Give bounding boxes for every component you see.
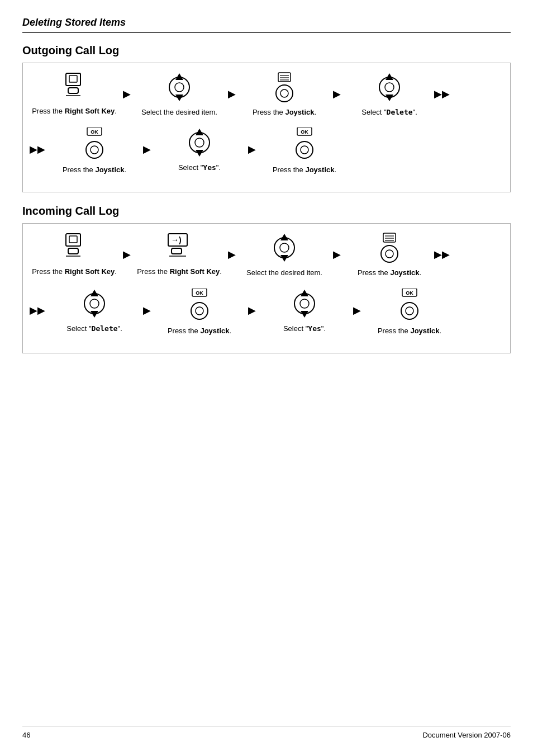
incoming-instruction-box: Press the Right Soft Key. ▶ →) Press the… (22, 223, 511, 353)
outgoing-heading: Outgoing Call Log (22, 44, 511, 57)
doc-version: Document Version 2007-06 (422, 731, 511, 739)
outgoing-step7-label: Press the Joystick. (273, 165, 336, 175)
arrow5: ▶ (244, 143, 260, 155)
double-arrow1: ▶▶ (434, 88, 450, 100)
arrow3: ▶ (329, 88, 345, 100)
svg-rect-2 (68, 88, 78, 93)
incoming-step1: Press the Right Soft Key. (30, 233, 119, 277)
incoming-row2: ▶▶ Select "Delete". ▶ OK (30, 289, 503, 341)
svg-text:→): →) (171, 235, 182, 244)
in-joystick-ok1-icon: OK (185, 289, 213, 323)
svg-point-13 (280, 89, 288, 97)
joystick-menu-icon (270, 72, 298, 104)
svg-point-20 (86, 141, 103, 158)
incoming-step7: Select "Yes". (260, 289, 349, 334)
outgoing-step4-label: Select "Delete". (361, 107, 417, 117)
svg-text:OK: OK (301, 129, 308, 135)
svg-text:OK: OK (196, 290, 203, 296)
svg-point-12 (276, 85, 293, 102)
svg-rect-8 (278, 73, 291, 82)
outgoing-row2: ▶▶ OK Press the Joystick. ▶ (30, 127, 503, 179)
in-arrow2: ▶ (224, 248, 240, 261)
outgoing-step5-label: Press the Joystick. (63, 165, 126, 175)
arrow2: ▶ (224, 88, 240, 100)
in-arrow1: ▶ (119, 248, 135, 261)
outgoing-step2-label: Select the desired item. (141, 107, 217, 117)
incoming-step2-label: Press the Right Soft Key. (137, 267, 222, 277)
softkey-icon (60, 72, 88, 103)
incoming-heading: Incoming Call Log (22, 205, 511, 218)
svg-point-58 (294, 294, 315, 314)
incoming-row1: Press the Right Soft Key. ▶ →) Press the… (30, 233, 503, 282)
svg-point-63 (406, 307, 413, 315)
in-arrow3: ▶ (329, 248, 345, 261)
outgoing-step6-label: Select "Yes". (178, 163, 221, 173)
incoming-step2: →) Press the Right Soft Key. (135, 233, 224, 277)
incoming-step4-label: Press the Joystick. (358, 268, 421, 278)
in-joystick-up3-icon (291, 289, 318, 320)
joystick-up2-icon (375, 72, 403, 104)
svg-point-40 (274, 238, 294, 258)
incoming-step4: Press the Joystick. (345, 233, 434, 278)
incoming-step1-label: Press the Right Soft Key. (32, 267, 117, 277)
svg-point-41 (280, 243, 289, 252)
in-arrow4: ▶ (139, 304, 155, 316)
outgoing-step3: Press the Joystick. (240, 72, 329, 117)
svg-point-62 (401, 303, 418, 319)
svg-point-28 (296, 141, 313, 158)
in-double-arrow1: ▶▶ (434, 248, 450, 261)
joystick-up-icon (165, 72, 193, 104)
in-double-arrow2-start: ▶▶ (30, 304, 45, 316)
page-title: Deleting Stored Items (22, 17, 511, 33)
svg-rect-32 (68, 248, 78, 254)
double-arrow2-start: ▶▶ (30, 143, 45, 155)
incoming-step5: Select "Delete". (50, 289, 139, 334)
outgoing-step2: Select the desired item. (135, 72, 224, 117)
in-joystick-ok2-icon: OK (396, 289, 423, 323)
incoming-step6: OK Press the Joystick. (155, 289, 244, 336)
incoming-step3: Select the desired item. (240, 233, 329, 278)
arrow4: ▶ (139, 143, 155, 155)
svg-rect-31 (69, 236, 77, 243)
svg-point-51 (90, 299, 99, 308)
svg-text:OK: OK (406, 290, 413, 296)
page-number: 46 (22, 731, 30, 739)
in-arrow6: ▶ (349, 304, 365, 316)
svg-point-50 (84, 294, 104, 314)
incoming-step6-label: Press the Joystick. (168, 326, 231, 336)
svg-point-59 (300, 299, 309, 308)
svg-text:OK: OK (91, 129, 98, 135)
outgoing-step1: Press the Right Soft Key. (30, 72, 119, 116)
svg-point-17 (385, 83, 394, 92)
incoming-step7-label: Select "Yes". (283, 324, 326, 334)
outgoing-row1: Press the Right Soft Key. ▶ Select the d… (30, 72, 503, 122)
svg-point-21 (91, 146, 98, 154)
joystick-ok1-icon: OK (80, 127, 108, 162)
outgoing-step3-label: Press the Joystick. (253, 107, 316, 117)
incoming-step8-label: Press the Joystick. (378, 326, 441, 336)
svg-point-16 (379, 77, 399, 97)
svg-rect-1 (69, 75, 77, 82)
svg-point-46 (381, 245, 398, 262)
svg-point-25 (195, 138, 204, 147)
svg-point-47 (386, 250, 393, 258)
incoming-step5-label: Select "Delete". (66, 324, 122, 334)
outgoing-instruction-box: Press the Right Soft Key. ▶ Select the d… (22, 63, 511, 192)
incoming-step3-label: Select the desired item. (246, 268, 322, 278)
svg-point-6 (169, 77, 189, 97)
in-arrow5: ▶ (244, 304, 260, 316)
outgoing-step1-label: Press the Right Soft Key. (32, 106, 117, 116)
in-joystick-up1-icon (270, 233, 298, 264)
svg-point-54 (191, 303, 208, 319)
in-joystick-up2-icon (80, 289, 108, 320)
outgoing-step6: Select "Yes". (155, 127, 244, 173)
svg-point-24 (189, 133, 210, 153)
footer: 46 Document Version 2007-06 (22, 726, 511, 739)
joystick-ok2-icon: OK (291, 127, 318, 162)
svg-rect-36 (172, 248, 182, 254)
outgoing-step5: OK Press the Joystick. (50, 127, 139, 175)
joystick-up3-icon (185, 127, 213, 159)
svg-point-29 (301, 146, 308, 154)
arrow1: ▶ (119, 88, 135, 100)
incoming-step8: OK Press the Joystick. (365, 289, 454, 336)
